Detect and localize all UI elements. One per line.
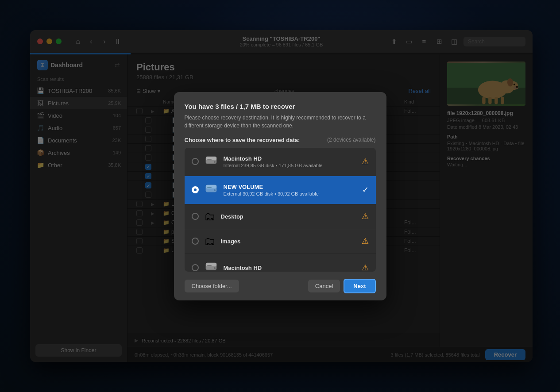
device-radio-macintosh-hd-2 [192,264,199,271]
device-item-macintosh-hd[interactable]: Macintosh HD Internal 239,85 GB disk • 1… [185,148,376,176]
modal-title: You have 3 files / 1,7 MB to recover [185,103,376,110]
device-name-images: images [221,238,356,245]
hdd-icon-new-volume [204,181,218,199]
device-name-macintosh-hd: Macintosh HD [224,155,356,162]
device-details-new-volume: External 30,92 GB disk • 30,92 GB availa… [224,191,357,196]
svg-rect-24 [207,265,212,266]
device-info-new-volume: NEW VOLUME External 30,92 GB disk • 30,9… [224,184,357,196]
modal-overlay: You have 3 files / 1,7 MB to recover Ple… [0,0,560,392]
devices-available: (2 devices available) [327,137,375,143]
modal-choose-label: Choose where to save the recovered data:… [185,137,376,143]
device-item-desktop[interactable]: 🗂 Desktop ⚠ [185,204,376,229]
device-item-images[interactable]: 🗂 images ⚠ [185,229,376,254]
device-name-desktop: Desktop [221,213,356,220]
device-radio-desktop [192,213,199,220]
modal-description: Please choose recovery destination. It i… [185,114,376,130]
hdd-icon-2 [204,259,218,272]
warning-icon-2: ⚠ [362,263,369,272]
device-info-images: images [221,238,356,245]
choose-folder-button[interactable]: Choose folder... [185,280,239,292]
device-radio-new-volume [192,186,199,193]
svg-point-15 [214,161,216,163]
device-radio-macintosh-hd [192,158,199,165]
device-info-macintosh-hd-2: Macintosh HD [224,265,356,271]
modal-footer: Choose folder... Cancel Next [174,272,386,300]
svg-point-23 [214,267,216,269]
warning-icon: ⚠ [362,157,369,166]
device-details-macintosh-hd: Internal 239,85 GB disk • 171,85 GB avai… [224,163,356,168]
cancel-button[interactable]: Cancel [308,280,340,292]
device-item-macintosh-hd-2[interactable]: Macintosh HD ⚠ [185,254,376,272]
folder-icon-desktop: 🗂 [204,210,216,223]
svg-point-19 [214,189,216,191]
warning-icon-desktop: ⚠ [362,211,369,221]
recovery-destination-modal: You have 3 files / 1,7 MB to recover Ple… [174,92,386,300]
warning-icon-images: ⚠ [362,236,369,246]
device-info-desktop: Desktop [221,213,356,220]
check-icon: ✓ [362,185,369,195]
choose-label-text: Choose where to save the recovered data: [185,137,300,143]
device-name-new-volume: NEW VOLUME [224,184,357,190]
svg-rect-16 [207,159,212,160]
svg-rect-20 [207,187,212,188]
device-name-macintosh-hd-2: Macintosh HD [224,265,356,271]
folder-icon-images: 🗂 [204,234,216,248]
hdd-icon [204,153,218,170]
device-info-macintosh-hd: Macintosh HD Internal 239,85 GB disk • 1… [224,155,356,168]
modal-body: You have 3 files / 1,7 MB to recover Ple… [174,92,386,272]
device-radio-images [192,238,199,245]
next-button[interactable]: Next [344,279,375,293]
device-list: Macintosh HD Internal 239,85 GB disk • 1… [185,148,376,272]
device-item-new-volume[interactable]: NEW VOLUME External 30,92 GB disk • 30,9… [185,176,376,204]
